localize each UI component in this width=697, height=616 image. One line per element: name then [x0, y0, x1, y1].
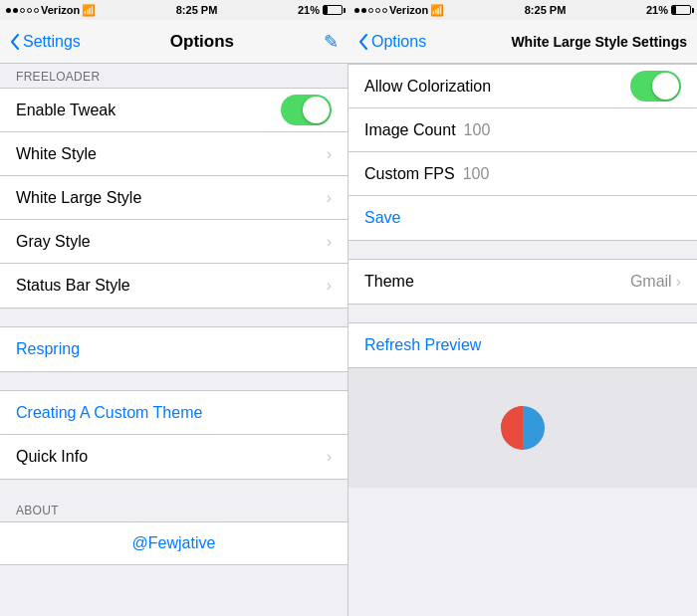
gray-style-label: Gray Style [16, 233, 91, 251]
dot1 [6, 8, 11, 13]
wifi-icon: 📶 [82, 4, 96, 17]
back-options-label: Options [371, 33, 426, 51]
dot3 [20, 8, 25, 13]
rdot3 [368, 8, 373, 13]
left-panel: FREELOADER Enable Tweak White Style › Wh… [0, 64, 348, 616]
back-chevron-icon [10, 34, 20, 50]
image-count-label: Image Count [364, 121, 456, 139]
status-bar-style-label: Status Bar Style [16, 277, 130, 295]
custom-fps-item: Custom FPS 100 [348, 152, 697, 196]
white-style-item[interactable]: White Style › [0, 132, 348, 176]
left-nav-bar: Settings Options ✎ [0, 20, 348, 64]
left-time: 8:25 PM [176, 4, 218, 16]
about-section: ABOUT @Fewjative [0, 498, 348, 565]
theme-value: Gmail [630, 273, 672, 291]
theme-chevron-icon: › [676, 273, 681, 291]
rdot2 [361, 8, 366, 13]
refresh-preview-item[interactable]: Refresh Preview [348, 323, 697, 367]
enable-tweak-toggle[interactable] [281, 95, 332, 125]
dot4 [27, 8, 32, 13]
right-status-left: Verizon 📶 [354, 4, 444, 17]
battery-fill-left [324, 6, 328, 14]
right-status-right: 21% [646, 4, 691, 16]
enable-tweak-label: Enable Tweak [16, 102, 116, 119]
gmail-icon [493, 398, 553, 458]
back-to-settings-button[interactable]: Settings [10, 33, 81, 51]
custom-fps-label: Custom FPS [364, 165, 455, 183]
about-section-header: ABOUT [0, 498, 348, 521]
quick-info-label: Quick Info [16, 448, 88, 466]
status-bar-style-item[interactable]: Status Bar Style › [0, 264, 348, 308]
custom-fps-row: Custom FPS 100 [364, 165, 489, 183]
right-settings-group: Allow Colorization Image Count 100 Custo… [348, 64, 697, 241]
custom-fps-value: 100 [463, 165, 490, 183]
quick-info-item[interactable]: Quick Info › [0, 435, 348, 479]
signal-dots [6, 8, 39, 13]
refresh-group: Refresh Preview [348, 322, 697, 368]
left-status-bar: Verizon 📶 8:25 PM 21% [0, 0, 348, 20]
save-label: Save [364, 209, 400, 227]
edit-icon[interactable]: ✎ [324, 31, 339, 53]
rdot1 [354, 8, 359, 13]
white-style-label: White Style [16, 145, 97, 163]
allow-colorization-item[interactable]: Allow Colorization [348, 65, 697, 108]
save-item[interactable]: Save [348, 196, 697, 240]
status-bars: Verizon 📶 8:25 PM 21% Verizon 📶 8:25 PM [0, 0, 697, 20]
image-count-value: 100 [464, 121, 491, 139]
white-style-chevron-icon: › [327, 145, 332, 163]
gray-style-chevron-icon: › [327, 233, 332, 251]
battery-icon-right [671, 5, 691, 15]
back-to-options-button[interactable]: Options [358, 33, 426, 51]
left-status-left: Verizon 📶 [6, 4, 96, 17]
fewjative-label: @Fewjative [132, 534, 216, 552]
nav-bars: Settings Options ✎ Options White Large S… [0, 20, 697, 64]
allow-colorization-label: Allow Colorization [364, 78, 491, 96]
respring-label: Respring [16, 340, 80, 358]
dot5 [34, 8, 39, 13]
back-settings-label: Settings [23, 33, 81, 51]
gray-style-item[interactable]: Gray Style › [0, 220, 348, 264]
colorization-toggle-knob [652, 73, 679, 100]
main-settings-group: Enable Tweak White Style › White Large S… [0, 88, 348, 308]
refresh-preview-label: Refresh Preview [364, 336, 481, 354]
enable-tweak-item[interactable]: Enable Tweak [0, 89, 348, 132]
left-nav-title: Options [170, 32, 234, 52]
white-large-style-label: White Large Style [16, 189, 141, 207]
respring-item[interactable]: Respring [0, 326, 348, 372]
toggle-knob [303, 97, 330, 123]
rdot4 [375, 8, 380, 13]
battery-icon-left [323, 5, 343, 15]
respring-row[interactable]: Respring [0, 327, 348, 371]
fewjative-item[interactable]: @Fewjative [0, 521, 348, 565]
main-content: FREELOADER Enable Tweak White Style › Wh… [0, 64, 697, 616]
preview-area [348, 368, 697, 488]
right-carrier-label: Verizon [389, 4, 428, 16]
carrier-label: Verizon [41, 4, 80, 16]
right-nav-bar: Options White Large Style Settings [348, 20, 697, 64]
theme-label: Theme [364, 273, 414, 291]
battery-pct-left: 21% [298, 4, 320, 16]
creating-custom-theme-label: Creating A Custom Theme [16, 404, 202, 422]
white-large-style-item[interactable]: White Large Style › [0, 176, 348, 220]
rdot5 [382, 8, 387, 13]
theme-item[interactable]: Theme Gmail › [348, 260, 697, 304]
image-count-row: Image Count 100 [364, 121, 490, 139]
allow-colorization-toggle[interactable] [630, 71, 681, 102]
custom-theme-group: Creating A Custom Theme Quick Info › [0, 390, 348, 480]
left-status-right: 21% [298, 4, 343, 16]
gmail-svg [493, 398, 553, 458]
image-count-item: Image Count 100 [348, 108, 697, 152]
battery-fill-right [672, 6, 676, 14]
right-status-bar: Verizon 📶 8:25 PM 21% [348, 0, 697, 20]
freeloader-section-header: FREELOADER [0, 64, 348, 88]
dot2 [13, 8, 18, 13]
right-time: 8:25 PM [525, 4, 567, 16]
right-signal-dots [354, 8, 387, 13]
white-large-style-chevron-icon: › [327, 189, 332, 207]
right-wifi-icon: 📶 [430, 4, 444, 17]
right-nav-title: White Large Style Settings [511, 34, 687, 50]
right-panel: Allow Colorization Image Count 100 Custo… [348, 64, 697, 616]
creating-custom-theme-item[interactable]: Creating A Custom Theme [0, 391, 348, 435]
battery-pct-right: 21% [646, 4, 668, 16]
theme-value-row: Gmail › [630, 273, 681, 291]
